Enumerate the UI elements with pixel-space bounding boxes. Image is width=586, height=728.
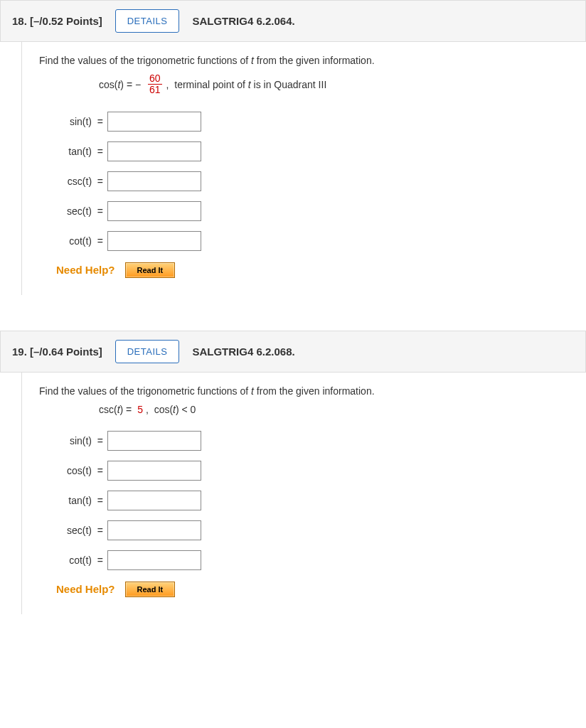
answer-input-csc[interactable] xyxy=(107,171,201,191)
answer-row-sin: sin(t) = xyxy=(56,431,569,451)
answer-input-cot[interactable] xyxy=(107,231,201,251)
answer-row-cot: cot(t) = xyxy=(56,550,569,570)
read-it-button[interactable]: Read It xyxy=(125,582,176,597)
answer-input-sin[interactable] xyxy=(107,112,201,132)
answer-input-sec[interactable] xyxy=(107,201,201,221)
answer-row-tan: tan(t) = xyxy=(56,141,569,161)
given-prefix: cos(t) = − xyxy=(99,79,144,90)
question-points: [–/0.64 Points] xyxy=(30,346,102,358)
fraction-numerator: 60 xyxy=(148,73,162,85)
answer-label: sin(t) = xyxy=(56,435,107,446)
question-prompt: Find the values of the trigonometric fun… xyxy=(39,55,569,66)
question-number: 19. xyxy=(12,346,27,358)
question-source: SALGTRIG4 6.2.068. xyxy=(192,346,294,358)
question-source: SALGTRIG4 6.2.064. xyxy=(192,15,294,27)
fraction: 60 61 xyxy=(148,73,162,96)
answer-label: cot(t) = xyxy=(56,235,107,247)
answer-row-sec: sec(t) = xyxy=(56,520,569,540)
answer-label: cot(t) = xyxy=(56,555,107,566)
given-prefix: csc(t) = xyxy=(99,404,134,415)
question-number: 18. xyxy=(12,15,27,27)
question-header: 19. [–/0.64 Points] DETAILS SALGTRIG4 6.… xyxy=(0,331,586,373)
question-19: 19. [–/0.64 Points] DETAILS SALGTRIG4 6.… xyxy=(0,331,586,614)
answer-label: sec(t) = xyxy=(56,205,107,217)
answer-label: sin(t) = xyxy=(56,116,107,127)
answer-label: csc(t) = xyxy=(56,176,107,187)
answer-label: tan(t) = xyxy=(56,146,107,157)
answer-row-tan: tan(t) = xyxy=(56,491,569,510)
answer-row-sin: sin(t) = xyxy=(56,112,569,132)
question-body: Find the values of the trigonometric fun… xyxy=(21,373,586,614)
details-button[interactable]: DETAILS xyxy=(115,340,180,363)
help-row: Need Help? Read It xyxy=(56,582,569,597)
help-row: Need Help? Read It xyxy=(56,262,569,278)
details-button[interactable]: DETAILS xyxy=(115,9,180,33)
answer-label: tan(t) = xyxy=(56,495,107,506)
question-number-points: 19. [–/0.64 Points] xyxy=(12,346,102,358)
question-header: 18. [–/0.52 Points] DETAILS SALGTRIG4 6.… xyxy=(0,0,586,42)
read-it-button[interactable]: Read It xyxy=(125,262,176,278)
given-info: cos(t) = − 60 61 , terminal point of t i… xyxy=(99,73,569,96)
answer-row-sec: sec(t) = xyxy=(56,201,569,221)
question-points: [–/0.52 Points] xyxy=(30,15,102,27)
answer-input-cos[interactable] xyxy=(107,461,201,481)
answer-input-cot[interactable] xyxy=(107,550,201,570)
question-prompt: Find the values of the trigonometric fun… xyxy=(39,385,569,397)
question-18: 18. [–/0.52 Points] DETAILS SALGTRIG4 6.… xyxy=(0,0,586,295)
answer-input-sec[interactable] xyxy=(107,520,201,540)
answer-label: sec(t) = xyxy=(56,525,107,536)
answer-label: cos(t) = xyxy=(56,465,107,476)
answer-row-cos: cos(t) = xyxy=(56,461,569,481)
given-value: 5 xyxy=(137,404,143,415)
fraction-denominator: 61 xyxy=(148,85,162,95)
question-number-points: 18. [–/0.52 Points] xyxy=(12,15,102,27)
given-suffix: , cos(t) < 0 xyxy=(146,404,196,415)
need-help-label: Need Help? xyxy=(56,583,115,595)
answer-row-csc: csc(t) = xyxy=(56,171,569,191)
answer-input-tan[interactable] xyxy=(107,141,201,161)
answer-row-cot: cot(t) = xyxy=(56,231,569,251)
question-body: Find the values of the trigonometric fun… xyxy=(21,42,586,295)
given-suffix: , terminal point of t is in Quadrant III xyxy=(166,79,327,90)
given-info: csc(t) = 5 , cos(t) < 0 xyxy=(99,404,569,415)
answer-input-sin[interactable] xyxy=(107,431,201,451)
need-help-label: Need Help? xyxy=(56,264,115,276)
answer-input-tan[interactable] xyxy=(107,491,201,510)
